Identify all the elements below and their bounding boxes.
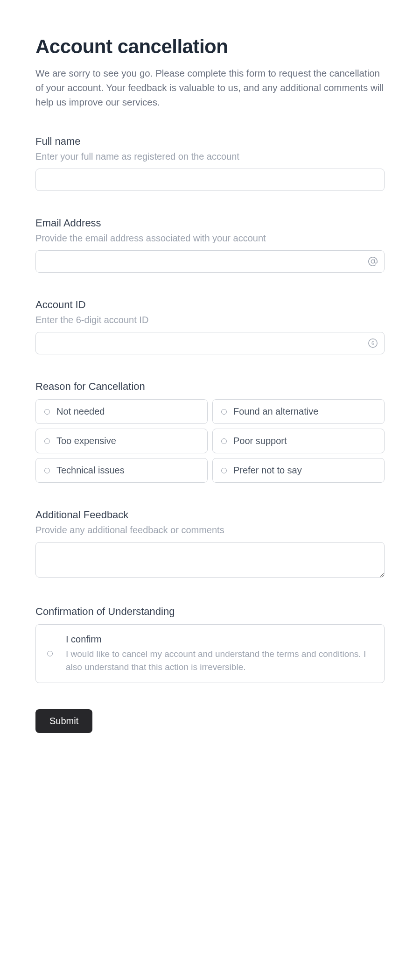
confirm-description: I would like to cancel my account and un… [66, 648, 373, 673]
page-intro: We are sorry to see you go. Please compl… [35, 66, 385, 109]
submit-section: Submit [35, 709, 385, 733]
reason-options: Not needed Found an alternative Too expe… [35, 399, 385, 483]
svg-point-0 [371, 260, 374, 263]
confirm-label: Confirmation of Understanding [35, 606, 385, 618]
confirm-content: I confirm I would like to cancel my acco… [66, 634, 373, 673]
account-id-input[interactable] [35, 332, 385, 354]
radio-icon [44, 438, 50, 444]
submit-button[interactable]: Submit [35, 709, 92, 733]
reason-field: Reason for Cancellation Not needed Found… [35, 381, 385, 483]
reason-option-not-needed[interactable]: Not needed [35, 399, 208, 424]
radio-icon [221, 438, 227, 444]
svg-text:6: 6 [371, 340, 374, 346]
radio-icon [44, 409, 50, 415]
radio-icon [47, 651, 53, 656]
reason-option-label: Not needed [56, 406, 105, 417]
account-id-field: Account ID Enter the 6-digit account ID … [35, 299, 385, 354]
reason-option-label: Prefer not to say [233, 465, 302, 476]
email-label: Email Address [35, 217, 385, 229]
reason-option-prefer-not-to-say[interactable]: Prefer not to say [212, 458, 385, 483]
full-name-label: Full name [35, 135, 385, 148]
reason-label: Reason for Cancellation [35, 381, 385, 393]
reason-option-label: Poor support [233, 436, 287, 446]
reason-option-label: Technical issues [56, 465, 125, 476]
radio-icon [221, 468, 227, 473]
account-id-label: Account ID [35, 299, 385, 311]
email-help: Provide the email address associated wit… [35, 233, 385, 244]
account-id-help: Enter the 6-digit account ID [35, 315, 385, 325]
email-input[interactable] [35, 250, 385, 273]
confirm-field: Confirmation of Understanding I confirm … [35, 606, 385, 683]
feedback-label: Additional Feedback [35, 509, 385, 521]
form-container: Account cancellation We are sorry to see… [35, 35, 385, 733]
feedback-field: Additional Feedback Provide any addition… [35, 509, 385, 579]
confirm-title: I confirm [66, 634, 373, 645]
confirm-checkbox[interactable]: I confirm I would like to cancel my acco… [35, 624, 385, 683]
radio-icon [44, 468, 50, 473]
reason-option-label: Too expensive [56, 436, 116, 446]
number-six-icon: 6 [368, 338, 378, 348]
full-name-help: Enter your full name as registered on th… [35, 151, 385, 162]
radio-icon [221, 409, 227, 415]
full-name-field: Full name Enter your full name as regist… [35, 135, 385, 191]
reason-option-too-expensive[interactable]: Too expensive [35, 429, 208, 453]
feedback-textarea[interactable] [35, 542, 385, 578]
reason-option-label: Found an alternative [233, 406, 318, 417]
reason-option-technical-issues[interactable]: Technical issues [35, 458, 208, 483]
email-field: Email Address Provide the email address … [35, 217, 385, 273]
page-title: Account cancellation [35, 35, 385, 58]
reason-option-poor-support[interactable]: Poor support [212, 429, 385, 453]
at-sign-icon [368, 256, 378, 267]
reason-option-found-alternative[interactable]: Found an alternative [212, 399, 385, 424]
feedback-help: Provide any additional feedback or comme… [35, 525, 385, 536]
full-name-input[interactable] [35, 169, 385, 191]
